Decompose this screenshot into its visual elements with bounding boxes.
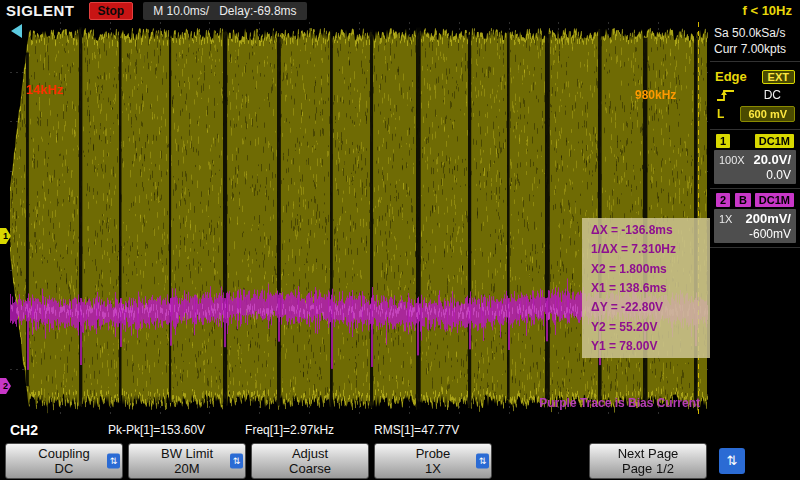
- active-channel-label: CH2: [10, 422, 108, 438]
- trigger-source-badge: EXT: [762, 70, 795, 84]
- cursor-inv-delta-x: 1/ΔX = 7.310Hz: [591, 242, 701, 256]
- trigger-type: Edge: [715, 69, 747, 84]
- softkey-nextpage-value: Page 1/2: [622, 461, 674, 476]
- cursor-y2: Y2 = 55.20V: [591, 320, 701, 334]
- softkey-menu: Coupling DC ⇅ BW Limit 20M ⇅ Adjust Coar…: [0, 441, 800, 480]
- channel1-probe: 100X: [719, 154, 745, 166]
- acquisition-status-badge[interactable]: Stop: [89, 2, 134, 20]
- acquisition-info: Sa 50.0kSa/s Curr 7.00kpts: [710, 21, 800, 62]
- channel2-bwlimit-badge: B: [735, 193, 751, 207]
- measurement-freq: Freq[1]=2.97kHz: [245, 423, 334, 437]
- softkey-coupling[interactable]: Coupling DC ⇅: [5, 443, 123, 479]
- cursor-x2: X2 = 1.800ms: [591, 262, 701, 276]
- trigger-coupling: DC: [764, 88, 781, 102]
- softkey-probe-label: Probe: [416, 446, 451, 461]
- cycle-icon: ⇅: [107, 453, 120, 468]
- trigger-level-label: L: [717, 107, 724, 121]
- channel2-box[interactable]: 2 B DC1M 1X 200mV/ -600mV: [710, 189, 800, 248]
- frequency-annotation-right: 980kHz: [635, 88, 676, 102]
- trigger-level-value: 600 mV: [740, 106, 795, 122]
- channel2-coupling-badge: DC1M: [755, 193, 794, 207]
- waveform-display: 14kHz 980kHz ΔX = -136.8ms 1/ΔX = 7.310H…: [10, 22, 708, 418]
- bias-current-annotation: Purple Trace is Bias Current: [539, 396, 700, 410]
- softkey-probe-value: 1X: [425, 461, 441, 476]
- sample-rate: Sa 50.0kSa/s: [714, 25, 796, 41]
- softkey-bwlimit-value: 20M: [174, 461, 199, 476]
- softkey-bwlimit[interactable]: BW Limit 20M ⇅: [128, 443, 246, 479]
- channel2-probe: 1X: [719, 213, 732, 225]
- channel1-number-badge: 1: [716, 134, 730, 148]
- memory-depth: Curr 7.00kpts: [714, 41, 796, 57]
- cycle-icon: ⇅: [476, 453, 489, 468]
- cycle-icon: ⇅: [230, 453, 243, 468]
- softkey-coupling-label: Coupling: [38, 446, 89, 461]
- frequency-annotation-left: 14kHz: [26, 82, 64, 97]
- softkey-coupling-value: DC: [55, 461, 74, 476]
- timebase-value: M 10.0ms/: [153, 4, 209, 18]
- top-bar: SIGLENT Stop M 10.0ms/ Delay:-69.8ms f <…: [0, 0, 800, 21]
- cursor-delta-x: ΔX = -136.8ms: [591, 223, 701, 237]
- softkey-next-page[interactable]: Next Page Page 1/2: [589, 443, 707, 479]
- softkey-adjust-value: Coarse: [289, 461, 331, 476]
- channel1-coupling-badge: DC1M: [755, 134, 794, 148]
- channel2-number-badge: 2: [716, 193, 730, 207]
- trigger-settings[interactable]: Edge EXT DC L 600 mV: [710, 62, 800, 130]
- softkey-nextpage-label: Next Page: [618, 446, 679, 461]
- measurement-rms: RMS[1]=47.77V: [374, 423, 459, 437]
- trigger-delay-marker-icon: [11, 24, 22, 38]
- channel2-scale: 200mV/: [745, 211, 791, 226]
- frequency-counter: f < 10Hz: [743, 3, 793, 18]
- trigger-slope-rising-icon: [715, 87, 737, 103]
- cursor-y1: Y1 = 78.00V: [591, 339, 701, 353]
- oscilloscope-screen: SIGLENT Stop M 10.0ms/ Delay:-69.8ms f <…: [0, 0, 800, 480]
- siglent-logo: SIGLENT: [6, 2, 75, 19]
- cursor-measurement-panel: ΔX = -136.8ms 1/ΔX = 7.310Hz X2 = 1.800m…: [582, 218, 710, 358]
- channel2-offset: -600mV: [719, 227, 791, 241]
- status-sidebar: Sa 50.0kSa/s Curr 7.00kpts Edge EXT DC L…: [710, 21, 800, 438]
- measurement-pkpk: Pk-Pk[1]=153.60V: [108, 423, 205, 437]
- page-scroll-icon[interactable]: ⇅: [719, 448, 745, 474]
- softkey-probe[interactable]: Probe 1X ⇅: [374, 443, 492, 479]
- timebase-readout-box[interactable]: M 10.0ms/ Delay:-69.8ms: [143, 2, 306, 20]
- cursor-delta-y: ΔY = -22.80V: [591, 300, 701, 314]
- measurement-bar: CH2 Pk-Pk[1]=153.60V Freq[1]=2.97kHz RMS…: [0, 418, 710, 441]
- channel1-scale: 20.0V/: [753, 152, 791, 167]
- delay-value: Delay:-69.8ms: [219, 4, 296, 18]
- channel1-box[interactable]: 1 DC1M 100X 20.0V/ 0.0V: [710, 130, 800, 189]
- channel1-offset: 0.0V: [719, 168, 791, 182]
- cursor-x1: X1 = 138.6ms: [591, 281, 701, 295]
- softkey-adjust[interactable]: Adjust Coarse: [251, 443, 369, 479]
- softkey-bwlimit-label: BW Limit: [161, 446, 213, 461]
- softkey-adjust-label: Adjust: [292, 446, 328, 461]
